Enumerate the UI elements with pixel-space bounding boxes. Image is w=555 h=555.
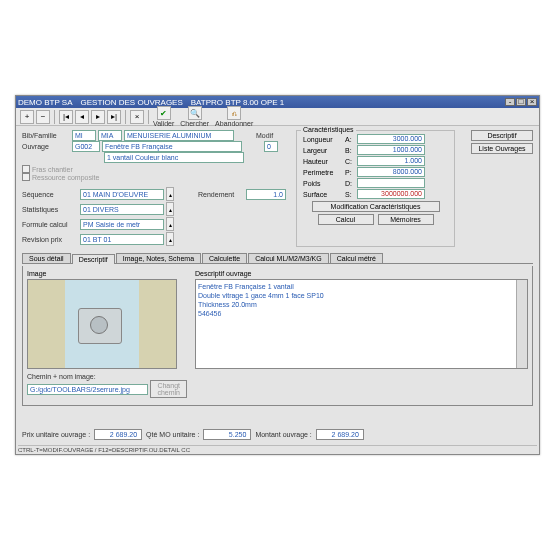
tab-calculette[interactable]: Calculette bbox=[202, 253, 247, 263]
ressource-label: Ressource composite bbox=[32, 174, 99, 181]
modif-carac-button[interactable]: Modification Caractéristiques bbox=[312, 201, 440, 212]
ouvrage-sub-field[interactable]: 1 vantail Couleur blanc bbox=[104, 152, 244, 163]
tab-descriptif[interactable]: Descriptif bbox=[72, 254, 115, 264]
ouvrage-label: Ouvrage bbox=[22, 143, 70, 150]
title-bar: DEMO BTP SA GESTION DES OUVRAGES BATPRO … bbox=[16, 96, 539, 108]
montant-label: Montant ouvrage : bbox=[255, 431, 311, 438]
bib-label: Bib/Famille bbox=[22, 132, 70, 139]
tab-body: Image Chemin + nom image: G:/gdc/TOOLBAR… bbox=[22, 266, 533, 406]
descriptif-textarea[interactable]: Fenêtre FB Française 1 vantail Double vi… bbox=[195, 279, 528, 369]
add-button[interactable]: + bbox=[20, 110, 34, 124]
close-icon[interactable]: × bbox=[527, 98, 537, 106]
formule-field[interactable]: PM Saisie de metr bbox=[80, 219, 164, 230]
tab-image-notes[interactable]: Image, Notes, Schema bbox=[116, 253, 201, 263]
tab-calcul-ml[interactable]: Calcul ML/M2/M3/KG bbox=[248, 253, 329, 263]
bottom-bar: Prix unitaire ouvrage : 2 689.20 Qté MO … bbox=[22, 429, 533, 440]
descriptif-button[interactable]: Descriptif bbox=[471, 130, 533, 141]
next-button[interactable]: ▸ bbox=[91, 110, 105, 124]
rendement-field[interactable]: 1.0 bbox=[246, 189, 286, 200]
sequence-spinner[interactable]: ▴ bbox=[166, 187, 174, 201]
knob-icon bbox=[90, 316, 108, 334]
frais-chantier-checkbox[interactable] bbox=[22, 165, 30, 173]
image-thumbnail[interactable] bbox=[27, 279, 177, 369]
ouvrage-code-field[interactable]: G002 bbox=[72, 141, 100, 152]
descriptif-label: Descriptif ouvrage bbox=[195, 270, 528, 277]
last-button[interactable]: ▸| bbox=[107, 110, 121, 124]
statistiques-label: Statistiques bbox=[22, 206, 78, 213]
image-path-label: Chemin + nom image: bbox=[27, 373, 107, 380]
poids-field[interactable] bbox=[357, 178, 425, 188]
hauteur-field[interactable]: 1.000 bbox=[357, 156, 425, 166]
tab-calcul-metre[interactable]: Calcul métré bbox=[330, 253, 383, 263]
modif-label: Modif bbox=[256, 132, 273, 139]
refresh-button[interactable]: × bbox=[130, 110, 144, 124]
perimetre-field[interactable]: 8000.000 bbox=[357, 167, 425, 177]
delete-button[interactable]: − bbox=[36, 110, 50, 124]
statistiques-field[interactable]: 01 DIVERS bbox=[80, 204, 164, 215]
bib-desc-field[interactable]: MENUISERIE ALUMINIUM bbox=[124, 130, 234, 141]
maximize-icon[interactable]: □ bbox=[516, 98, 526, 106]
pu-value: 2 689.20 bbox=[94, 429, 142, 440]
pu-label: Prix unitaire ouvrage : bbox=[22, 431, 90, 438]
rendement-label: Rendement bbox=[198, 191, 244, 198]
bib-code2-field[interactable]: MIA bbox=[98, 130, 122, 141]
revision-label: Revision prix bbox=[22, 236, 78, 243]
tabset: Sous détail Descriptif Image, Notes, Sch… bbox=[22, 253, 533, 264]
calcul-button[interactable]: Calcul bbox=[318, 214, 374, 225]
tab-sous-detail[interactable]: Sous détail bbox=[22, 253, 71, 263]
abandon-button[interactable]: ⎌ bbox=[227, 106, 241, 120]
toolbar: + − |◂ ◂ ▸ ▸| × ✔ Valider 🔍 Chercher ⎌ A… bbox=[16, 108, 539, 126]
sequence-label: Séquence bbox=[22, 191, 78, 198]
qte-value: 5.250 bbox=[203, 429, 251, 440]
surface-field[interactable]: 3000000.000 bbox=[357, 189, 425, 199]
largeur-field[interactable]: 1000.000 bbox=[357, 145, 425, 155]
status-bar: CTRL-T=MODIF.OUVRAGE / F12=DESCRIPTIF.OU… bbox=[18, 445, 537, 453]
liste-ouvrages-button[interactable]: Liste Ouvrages bbox=[471, 143, 533, 154]
revision-field[interactable]: 01 BT 01 bbox=[80, 234, 164, 245]
ressource-checkbox[interactable] bbox=[22, 173, 30, 181]
longueur-field[interactable]: 3000.000 bbox=[357, 134, 425, 144]
qte-label: Qté MO unitaire : bbox=[146, 431, 199, 438]
memoires-button[interactable]: Mémoires bbox=[378, 214, 434, 225]
characteristics-group: Caractéristiques LongueurA:3000.000 Larg… bbox=[296, 130, 455, 247]
title-app: DEMO BTP SA bbox=[18, 98, 73, 107]
image-label: Image bbox=[27, 270, 187, 277]
first-button[interactable]: |◂ bbox=[59, 110, 73, 124]
app-window: DEMO BTP SA GESTION DES OUVRAGES BATPRO … bbox=[15, 95, 540, 455]
montant-value: 2 689.20 bbox=[316, 429, 364, 440]
formule-spinner[interactable]: ▴ bbox=[166, 217, 174, 231]
ouvrage-num-field[interactable]: 0 bbox=[264, 141, 278, 152]
change-path-button[interactable]: Changt chemin bbox=[150, 380, 187, 398]
bib-code1-field[interactable]: MI bbox=[72, 130, 96, 141]
ouvrage-desc-field[interactable]: Fenêtre FB Française bbox=[102, 141, 242, 152]
revision-spinner[interactable]: ▴ bbox=[166, 232, 174, 246]
sequence-field[interactable]: 01 MAIN D'OEUVRE bbox=[80, 189, 164, 200]
validate-button[interactable]: ✔ bbox=[157, 106, 171, 120]
statistiques-spinner[interactable]: ▴ bbox=[166, 202, 174, 216]
formule-label: Formule calcul bbox=[22, 221, 78, 228]
frais-chantier-label: Fras chantier bbox=[32, 166, 73, 173]
prev-button[interactable]: ◂ bbox=[75, 110, 89, 124]
minimize-icon[interactable]: - bbox=[505, 98, 515, 106]
search-button[interactable]: 🔍 bbox=[188, 106, 202, 120]
image-path-field[interactable]: G:/gdc/TOOLBARS/2serrure.jpg bbox=[27, 384, 148, 395]
characteristics-legend: Caractéristiques bbox=[301, 126, 356, 133]
